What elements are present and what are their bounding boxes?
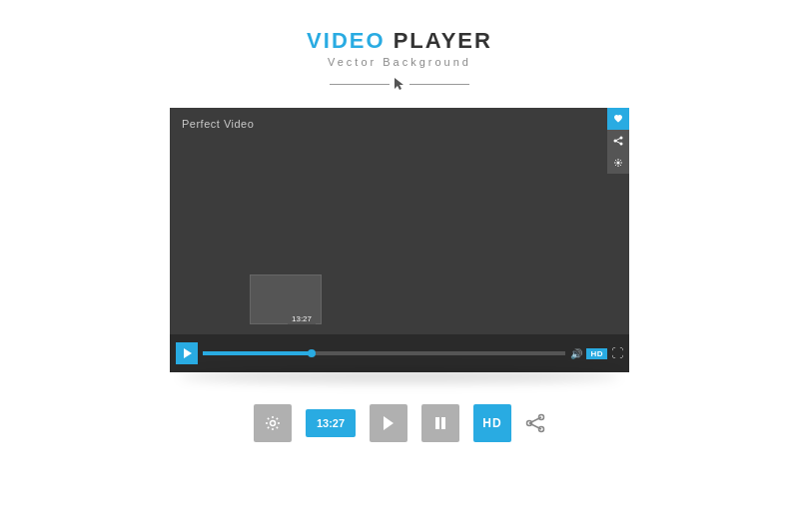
svg-rect-9 <box>435 417 439 429</box>
divider-line-right <box>409 84 469 85</box>
page-title: VIDEO PLAYER <box>307 28 492 54</box>
thumbnail-time: 13:27 <box>288 313 316 324</box>
svg-point-7 <box>271 421 276 426</box>
svg-point-6 <box>617 162 620 165</box>
controls-bar: 🔊 HD ⛶ <box>170 334 629 372</box>
svg-line-5 <box>615 141 621 144</box>
time-display-bottom: 13:27 <box>306 409 356 437</box>
video-screen <box>170 108 629 334</box>
progress-bar[interactable] <box>203 351 565 355</box>
progress-filled <box>203 351 312 355</box>
volume-icon[interactable]: 🔊 <box>570 348 582 359</box>
gear-button-bottom[interactable] <box>254 404 292 442</box>
settings-button[interactable] <box>607 152 629 174</box>
like-button[interactable] <box>607 108 629 130</box>
header-divider <box>307 74 492 94</box>
cursor-icon <box>390 74 409 94</box>
player-wrapper: Perfect Video <box>170 108 629 372</box>
hd-badge: HD <box>586 348 607 359</box>
hd-text: HD <box>482 416 501 430</box>
svg-marker-0 <box>395 78 403 90</box>
right-actions <box>607 108 629 174</box>
svg-marker-8 <box>384 416 394 430</box>
share-icon-bottom[interactable] <box>525 413 545 433</box>
svg-line-14 <box>529 417 541 423</box>
right-controls: 🔊 HD ⛶ <box>570 346 623 360</box>
svg-line-4 <box>615 138 621 141</box>
page-header: VIDEO PLAYER Vector Background <box>307 28 492 94</box>
svg-line-15 <box>529 423 541 429</box>
fullscreen-icon[interactable]: ⛶ <box>611 346 623 360</box>
player-word: PLAYER <box>394 28 492 53</box>
bottom-icons-bar: 13:27 HD <box>254 404 545 442</box>
progress-dot <box>308 349 316 357</box>
play-button[interactable] <box>176 342 198 364</box>
svg-rect-10 <box>441 417 445 429</box>
video-player: Perfect Video <box>170 108 629 372</box>
header-subtitle: Vector Background <box>307 56 492 68</box>
divider-line-left <box>330 84 390 85</box>
video-title: Perfect Video <box>182 118 254 130</box>
hd-button-bottom[interactable]: HD <box>473 404 511 442</box>
play-button-bottom[interactable] <box>370 404 407 442</box>
video-word: VIDEO <box>307 28 385 53</box>
share-button[interactable] <box>607 130 629 152</box>
pause-button-bottom[interactable] <box>421 404 459 442</box>
